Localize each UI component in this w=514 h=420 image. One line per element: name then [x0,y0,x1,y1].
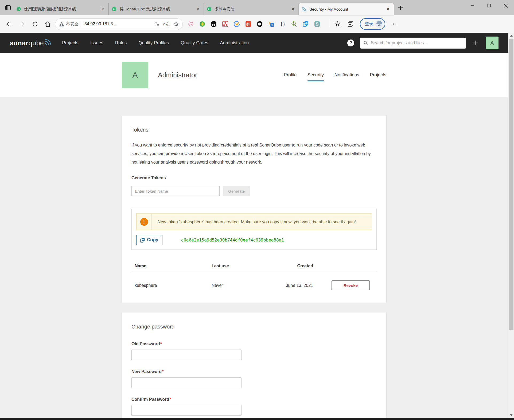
browser-tab-3[interactable]: 多节点安装 ✕ [204,3,299,15]
old-password-input[interactable] [131,350,242,360]
nav-item-issues[interactable]: Issues [90,40,103,46]
confirm-password-input[interactable] [131,405,242,416]
tab-actions-menu-button[interactable] [3,2,13,13]
token-name-cell: kubesphere [135,283,212,288]
token-value: c6a6e2e15a9d52e30b744df0eef4c639bbea88a1 [181,237,284,243]
nav-item-projects[interactable]: Projects [62,40,78,46]
panda-extension-icon[interactable] [210,21,217,28]
cat-extension-icon[interactable] [187,21,194,28]
address-bar[interactable]: 不安全 34.92.90.181:3... aあ [55,18,183,30]
account-tabs: Profile Security Notifications Projects [284,72,386,78]
copy-share-extension-icon[interactable] [302,21,309,28]
tokens-card: Tokens If you want to enforce security b… [122,116,386,303]
org-chart-extension-icon[interactable] [221,21,229,28]
svg-text:{}: {} [280,21,285,27]
new-password-field: New Password* [131,369,377,388]
column-header-last-use: Last use [212,264,276,268]
settings-more-icon[interactable] [389,19,398,29]
reload-button[interactable] [29,18,41,30]
person-search-extension-icon[interactable] [290,21,298,28]
tab-notifications[interactable]: Notifications [334,72,359,81]
favorites-icon[interactable] [334,19,343,29]
collections-icon[interactable] [346,19,355,29]
browser-tab-strip: 使用图形编辑面板创建流水线 ✕ 将 SonarQube 集成到流水线 ✕ 多节点… [0,0,514,15]
generate-button[interactable]: Generate [223,186,250,196]
revoke-button[interactable]: Revoke [332,280,370,290]
kubesphere-favicon [207,6,212,12]
tokens-description: If you want to enforce security by not p… [131,141,372,167]
column-header-name: Name [135,264,212,268]
token-name-input[interactable] [131,186,220,196]
new-tab-button[interactable] [395,3,406,13]
page-scrollbar[interactable] [508,33,514,418]
translate-icon[interactable]: aあ [163,22,170,27]
sonarqube-logo[interactable]: sonarqube [10,39,51,47]
scrollbar-down-arrow[interactable] [508,412,514,418]
zhe-coupon-extension-icon[interactable]: 折 [244,21,252,28]
browser-toolbar: 不安全 34.92.90.181:3... aあ [0,15,514,33]
toolbar-divider [330,21,330,27]
close-window-button[interactable] [497,0,514,11]
sonarqube-favicon [301,6,307,12]
new-password-input[interactable] [131,377,242,388]
url-text[interactable]: 34.92.90.181:3... [84,22,116,26]
nav-item-rules[interactable]: Rules [115,40,127,46]
ring-extension-icon[interactable] [256,21,263,28]
scrollbar-up-arrow[interactable] [508,33,514,38]
add-project-plus-icon[interactable] [473,40,479,46]
tab-projects[interactable]: Projects [370,72,386,81]
sonarqube-nav-links: Projects Issues Rules Quality Profiles Q… [62,40,249,46]
browser-login-button[interactable]: 登录 [360,18,385,30]
tab-title: Security - My Account [309,7,383,11]
browser-tab-2[interactable]: 将 SonarQube 集成到流水线 ✕ [108,3,204,15]
address-divider [81,21,81,27]
password-key-icon[interactable] [154,21,159,27]
account-header: A Administrator Profile Security Notific… [0,53,508,97]
tab-title: 使用图形编辑面板创建流水线 [24,7,98,12]
tab-close-icon[interactable]: ✕ [385,6,391,12]
search-input[interactable] [370,40,463,46]
tab-profile[interactable]: Profile [284,72,297,81]
home-button[interactable] [42,18,53,30]
tab-close-icon[interactable]: ✕ [194,6,201,12]
maximize-button[interactable] [481,0,497,11]
browser-window: 使用图形编辑面板创建流水线 ✕ 将 SonarQube 集成到流水线 ✕ 多节点… [0,0,514,420]
toolbar-right-cluster: 登录 [326,18,401,30]
svg-text:S: S [316,22,318,26]
browser-tab-active[interactable]: Security - My Account ✕ [299,3,394,15]
tab-close-icon[interactable]: ✕ [99,6,106,12]
nav-item-quality-gates[interactable]: Quality Gates [181,40,208,46]
confirm-password-field: Confirm Password* [131,397,377,416]
user-avatar[interactable]: A [486,37,499,49]
scrollbar-thumb[interactable] [509,39,513,330]
json-braces-extension-icon[interactable]: {} [279,21,286,28]
nav-item-administration[interactable]: Administration [220,40,249,46]
back-button[interactable] [4,18,15,30]
forward-button[interactable] [17,18,28,30]
nav-item-quality-profiles[interactable]: Quality Profiles [138,40,169,46]
window-controls [464,0,514,11]
copy-token-button[interactable]: Copy [136,235,162,245]
token-created-cell: June 13, 2021 [276,283,313,288]
green-plus-extension-icon[interactable] [198,21,206,28]
add-favorite-star-icon[interactable] [173,21,179,27]
svg-text:折: 折 [246,22,250,26]
translate-extension-icon[interactable]: A文 [267,21,275,28]
not-secure-warning-icon[interactable] [59,22,64,26]
security-page-content: Tokens If you want to enforce security b… [0,97,508,418]
tick-extension-icon[interactable] [233,21,240,28]
browser-profile-avatar [375,20,383,28]
tokens-table: Name Last use Created kubesphere Never J… [131,261,377,293]
global-search-box[interactable] [360,38,466,49]
sonarqube-navbar: sonarqube Projects Issues Rules Quality … [0,33,508,53]
login-label: 登录 [365,21,373,27]
browser-tab-1[interactable]: 使用图形编辑面板创建流水线 ✕ [13,3,108,15]
not-secure-label[interactable]: 不安全 [66,22,78,27]
copy-icon [140,237,145,243]
minimize-button[interactable] [464,0,481,11]
s-extension-icon[interactable]: S [313,21,321,28]
tab-title: 将 SonarQube 集成到流水线 [119,7,193,12]
help-icon[interactable]: ? [347,39,354,46]
tab-close-icon[interactable]: ✕ [290,6,296,12]
tab-security[interactable]: Security [307,72,324,81]
